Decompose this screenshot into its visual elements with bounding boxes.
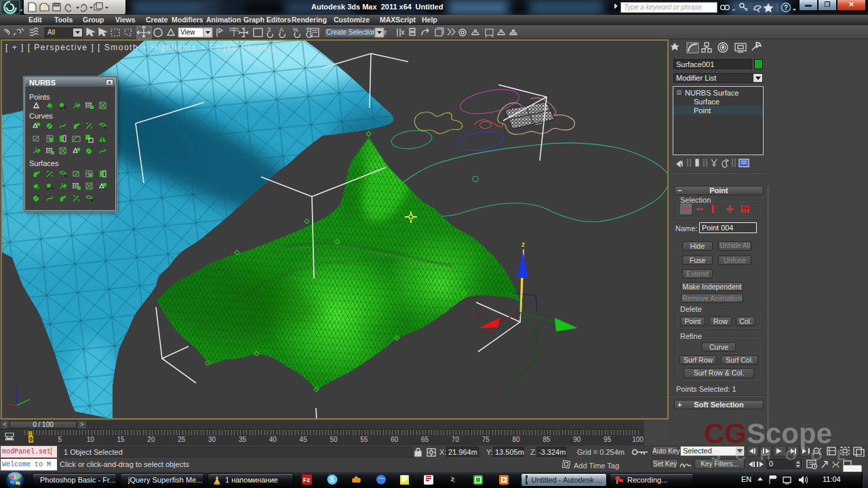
svg-text:S: S bbox=[330, 476, 334, 483]
svg-text:View: View bbox=[180, 28, 195, 36]
svg-text:3: 3 bbox=[267, 26, 271, 33]
svg-text:E: E bbox=[307, 26, 311, 33]
svg-text:z: z bbox=[521, 241, 525, 248]
svg-text:?: ? bbox=[784, 4, 788, 12]
svg-text:A: A bbox=[279, 26, 283, 33]
svg-text:%: % bbox=[293, 26, 298, 33]
svg-text:All: All bbox=[47, 28, 55, 36]
svg-text:Fz: Fz bbox=[303, 476, 310, 483]
